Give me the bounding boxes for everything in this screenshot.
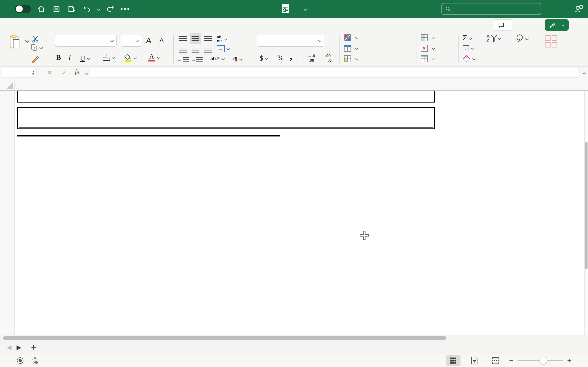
zoom-slider[interactable]: − + <box>509 357 571 365</box>
enter-icon[interactable]: ✓ <box>61 69 67 76</box>
currency-button[interactable]: $ <box>259 54 268 62</box>
font-size-select[interactable] <box>121 35 142 47</box>
fill-color-button[interactable] <box>124 53 137 63</box>
find-select-icon <box>515 34 528 43</box>
wrap-text-button[interactable]: abc↵ <box>217 35 227 43</box>
increase-font-icon[interactable]: Aˆ <box>146 35 153 46</box>
align-right-icon[interactable] <box>202 44 214 54</box>
formula-input[interactable] <box>90 68 579 78</box>
align-left-icon[interactable] <box>177 44 189 54</box>
format-cells-button[interactable] <box>421 55 435 62</box>
cell-styles-icon <box>344 55 351 62</box>
more-commands-icon[interactable]: ••• <box>121 4 130 14</box>
cells-area[interactable] <box>15 91 584 335</box>
fill-down-button[interactable]: ↓ <box>463 45 474 51</box>
select-all-corner[interactable] <box>0 79 15 91</box>
delete-cells-button[interactable]: × <box>421 45 435 52</box>
cut-icon[interactable] <box>32 34 40 44</box>
percent-icon[interactable]: % <box>277 52 284 63</box>
comma-icon[interactable]: , <box>290 51 292 61</box>
share-button[interactable] <box>545 19 569 31</box>
font-color-button[interactable]: A <box>148 53 160 61</box>
format-cells-icon <box>421 55 428 62</box>
macro-record-icon[interactable] <box>17 357 23 364</box>
underline-button[interactable]: U <box>80 54 90 62</box>
vertical-scrollbar[interactable] <box>584 91 588 335</box>
add-sheet-button[interactable]: + <box>27 341 40 354</box>
comments-button[interactable] <box>493 19 512 31</box>
align-middle-icon[interactable] <box>190 33 201 44</box>
page-break-view-button[interactable] <box>488 355 503 366</box>
horizontal-scrollbar[interactable] <box>0 335 588 341</box>
borders-button[interactable] <box>103 54 114 61</box>
tabs-scroll-right-icon[interactable]: ▶ <box>17 344 21 351</box>
autosum-button[interactable]: Σ <box>463 34 472 42</box>
sort-filter-button[interactable]: AZ <box>481 34 506 44</box>
increase-decimal-icon[interactable]: ←.0.00 <box>308 53 315 64</box>
clear-button[interactable] <box>463 55 475 62</box>
insert-function-icon[interactable]: fx <box>75 68 79 75</box>
summary-banner[interactable] <box>17 107 435 129</box>
search-box[interactable] <box>441 3 541 15</box>
redo-icon[interactable] <box>106 4 115 14</box>
italic-icon[interactable]: I <box>69 52 71 63</box>
classrooms-table[interactable] <box>17 135 280 136</box>
zoom-in-icon[interactable]: + <box>567 357 571 365</box>
zoom-out-icon[interactable]: − <box>509 357 514 365</box>
orientation-button[interactable]: ab↗ <box>210 56 224 61</box>
merge-center-button[interactable]: ↔ <box>217 45 229 52</box>
excel-doc-icon <box>281 4 290 14</box>
svg-text:?: ? <box>36 361 37 364</box>
font-name-select[interactable] <box>55 35 117 47</box>
name-box[interactable]: ▲▼ <box>2 68 37 78</box>
save-icon[interactable] <box>52 4 61 14</box>
vertical-scrollbar-thumb[interactable] <box>585 142 588 269</box>
paste-icon[interactable] <box>8 34 21 49</box>
share-icon <box>549 22 556 28</box>
paste-chevron-icon[interactable] <box>25 39 29 43</box>
format-as-table-button[interactable] <box>344 45 358 52</box>
title-chevron-icon[interactable] <box>304 7 307 10</box>
search-input[interactable] <box>454 5 537 13</box>
increase-indent-icon[interactable]: → <box>191 54 203 65</box>
align-bottom-icon[interactable] <box>202 33 214 44</box>
copy-button[interactable] <box>31 44 42 51</box>
tabs-scroll-left-icon[interactable]: ◀ <box>7 344 11 351</box>
autosave-toggle[interactable] <box>15 5 31 13</box>
status-bar: ? − + <box>0 354 588 367</box>
horizontal-scrollbar-thumb[interactable] <box>3 336 446 340</box>
save-as-icon[interactable] <box>67 4 76 14</box>
decrease-indent-icon[interactable]: ← <box>177 54 189 65</box>
home-icon[interactable] <box>37 4 46 14</box>
decrease-decimal-icon[interactable]: .00→.0 <box>324 53 331 64</box>
format-painter-icon[interactable] <box>32 54 40 65</box>
page-layout-view-button[interactable] <box>467 355 482 366</box>
column-headers <box>15 79 588 91</box>
formula-bar-expand-icon[interactable] <box>582 71 586 74</box>
cancel-icon[interactable]: ✕ <box>47 69 52 76</box>
align-top-icon[interactable] <box>177 33 189 44</box>
copy-chevron-icon[interactable] <box>40 46 43 49</box>
decrease-font-icon[interactable]: Aˇ <box>159 35 165 46</box>
borders-icon <box>103 54 110 61</box>
align-center-icon[interactable] <box>190 44 201 54</box>
sheet-title-row[interactable] <box>17 91 435 102</box>
text-direction-button[interactable]: ›¶ <box>233 56 242 62</box>
conditional-formatting-button[interactable] <box>344 34 358 41</box>
find-select-button[interactable] <box>509 34 534 44</box>
cell-styles-button[interactable] <box>344 55 358 62</box>
sheet-tab-bar: ◀ ▶ + <box>0 341 588 354</box>
fx-chevron-icon[interactable] <box>85 72 88 75</box>
comment-icon <box>498 22 505 28</box>
number-format-select[interactable] <box>257 35 324 47</box>
zoom-slider-thumb[interactable] <box>540 357 547 364</box>
people-icon[interactable] <box>574 4 584 15</box>
undo-chevron-icon[interactable] <box>97 7 100 10</box>
orientation-icon: ab↗ <box>210 56 220 61</box>
bold-icon[interactable]: B <box>56 52 61 63</box>
insert-cells-button[interactable] <box>421 34 435 41</box>
normal-view-button[interactable] <box>446 355 460 366</box>
undo-icon[interactable] <box>82 4 91 14</box>
addins-button[interactable] <box>545 35 557 51</box>
name-box-spinner[interactable]: ▲▼ <box>32 70 35 75</box>
